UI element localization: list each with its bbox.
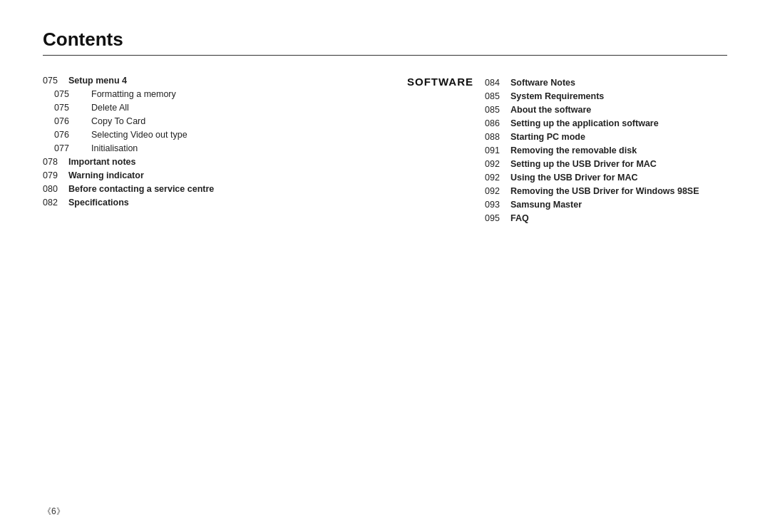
toc-entry: 075Formatting a memory: [43, 89, 371, 99]
toc-entry-text: Initialisation: [80, 143, 138, 153]
right-toc-entry-text: Software Notes: [510, 78, 575, 88]
page-title: Contents: [43, 29, 727, 51]
toc-page-number: 075: [54, 103, 80, 113]
toc-page-number: 082: [43, 198, 68, 208]
toc-page-number: 075: [43, 76, 68, 86]
toc-page-number: 077: [54, 143, 80, 153]
toc-entry-text: Specifications: [68, 198, 129, 208]
toc-page-number: 075: [54, 89, 80, 99]
right-toc-entry-text: Starting PC mode: [510, 132, 585, 142]
right-toc-entry: 091Removing the removable disk: [485, 145, 727, 155]
page-container: Contents 075Setup menu 4075Formatting a …: [0, 0, 770, 532]
right-toc-entry: 086Setting up the application software: [485, 118, 727, 128]
right-toc-entry-text: Removing the USB Driver for Windows 98SE: [510, 186, 699, 196]
right-toc-page-number: 092: [485, 186, 510, 196]
right-toc-entry-text: Samsung Master: [510, 200, 582, 210]
toc-entry-text: Before contacting a service centre: [68, 184, 214, 194]
toc-page-number: 079: [43, 170, 68, 180]
contents-body: 075Setup menu 4075Formatting a memory075…: [43, 76, 727, 232]
toc-entry: 075Setup menu 4: [43, 76, 371, 86]
toc-entry: 076Copy To Card: [43, 116, 371, 126]
right-toc-entry: 092Using the USB Driver for MAC: [485, 173, 727, 183]
right-entries: 084Software Notes085System Requirements0…: [485, 78, 727, 227]
toc-page-number: 076: [54, 130, 80, 140]
toc-entry: 076Selecting Video out type: [43, 130, 371, 140]
toc-entry-text: Formatting a memory: [80, 89, 176, 99]
right-toc-entry-text: System Requirements: [510, 91, 604, 101]
right-toc-page-number: 085: [485, 91, 510, 101]
toc-entry: 075Delete All: [43, 103, 371, 113]
right-toc-entry: 085System Requirements: [485, 91, 727, 101]
right-toc-entry: 093Samsung Master: [485, 200, 727, 210]
right-toc-entry-text: Using the USB Driver for MAC: [510, 173, 638, 183]
toc-entry: 080Before contacting a service centre: [43, 184, 371, 194]
right-toc-entry: 092Setting up the USB Driver for MAC: [485, 159, 727, 169]
title-divider: [43, 55, 727, 56]
right-toc-page-number: 095: [485, 213, 510, 223]
right-toc-page-number: 085: [485, 105, 510, 115]
toc-entry-text: Warning indicator: [68, 170, 144, 180]
right-toc-entry-text: Setting up the application software: [510, 118, 659, 128]
toc-entry-text: Important notes: [68, 157, 135, 167]
toc-entry-text: Copy To Card: [80, 116, 145, 126]
software-section-label: SOFTWARE: [399, 76, 485, 88]
right-column: SOFTWARE 084Software Notes085System Requ…: [385, 76, 727, 232]
right-toc-page-number: 091: [485, 145, 510, 155]
toc-page-number: 076: [54, 116, 80, 126]
right-toc-page-number: 088: [485, 132, 510, 142]
toc-entry-text: Delete All: [80, 103, 129, 113]
right-toc-entry-text: FAQ: [510, 213, 529, 223]
right-toc-page-number: 093: [485, 200, 510, 210]
toc-entry: 079Warning indicator: [43, 170, 371, 180]
page-number: 《6》: [43, 506, 65, 518]
right-toc-entry: 085About the software: [485, 105, 727, 115]
right-toc-entry: 084Software Notes: [485, 78, 727, 88]
toc-entry: 082Specifications: [43, 198, 371, 208]
right-toc-entry: 088Starting PC mode: [485, 132, 727, 142]
title-section: Contents: [43, 29, 727, 56]
software-header-row: SOFTWARE 084Software Notes085System Requ…: [399, 76, 727, 227]
right-toc-page-number: 092: [485, 159, 510, 169]
toc-page-number: 078: [43, 157, 68, 167]
right-toc-entry-text: Setting up the USB Driver for MAC: [510, 159, 657, 169]
right-toc-entry-text: About the software: [510, 105, 591, 115]
toc-entry: 078Important notes: [43, 157, 371, 167]
right-toc-page-number: 086: [485, 118, 510, 128]
right-toc-page-number: 084: [485, 78, 510, 88]
toc-page-number: 080: [43, 184, 68, 194]
right-toc-entry-text: Removing the removable disk: [510, 145, 637, 155]
right-toc-entry: 092Removing the USB Driver for Windows 9…: [485, 186, 727, 196]
left-column: 075Setup menu 4075Formatting a memory075…: [43, 76, 385, 232]
toc-entry: 077Initialisation: [43, 143, 371, 153]
toc-entry-text: Setup menu 4: [68, 76, 127, 86]
toc-entry-text: Selecting Video out type: [80, 130, 188, 140]
right-toc-page-number: 092: [485, 173, 510, 183]
right-toc-entry: 095FAQ: [485, 213, 727, 223]
